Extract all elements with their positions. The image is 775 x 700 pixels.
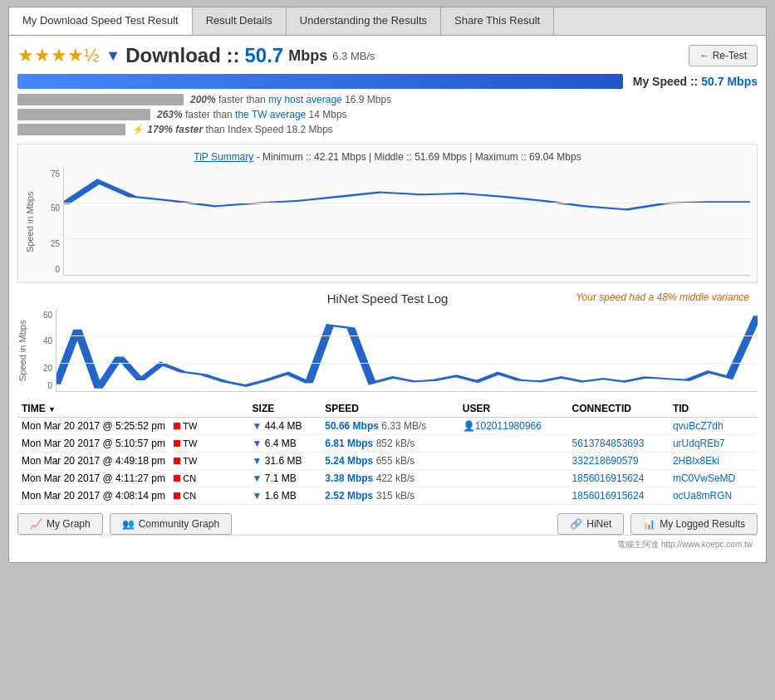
cell-time-0: Mon Mar 20 2017 @ 5:25:52 pm TW <box>17 418 248 435</box>
cell-speed-4: 2.52 Mbps 315 kB/s <box>321 487 459 505</box>
tid-link-3[interactable]: mC0VwSeMD <box>673 472 735 484</box>
cell-size-0: ▼ 44.4 MB <box>248 418 321 435</box>
user-val-0[interactable]: 102011980966 <box>475 420 542 432</box>
main-speed-bar <box>17 74 623 89</box>
logged-results-label: My Logged Results <box>660 518 745 530</box>
cell-size-3: ▼ 7.1 MB <box>248 470 321 487</box>
cell-size-4: ▼ 1.6 MB <box>248 487 321 505</box>
hinet-button[interactable]: 🔗 HiNet <box>557 513 624 535</box>
col-speed: SPEED <box>321 400 459 418</box>
comp-text-1: 200% faster than my host average 16.9 Mb… <box>190 94 391 105</box>
flag-label-3: CN <box>183 473 196 483</box>
main-container: My Download Speed Test Result Result Det… <box>8 7 767 563</box>
speed-val-3: 3.38 Mbps <box>325 472 373 484</box>
comp-link-1[interactable]: my host average <box>268 94 342 105</box>
community-graph-button[interactable]: 👥 Community Graph <box>110 513 232 535</box>
speed-val-0: 50.66 Mbps <box>325 420 379 432</box>
connectid-val-1[interactable]: 5613784853693 <box>572 438 645 449</box>
tab-understanding[interactable]: Understanding the Results <box>287 7 441 35</box>
dl-arrow-2: ▼ <box>253 455 262 467</box>
flag-label-2: TW <box>183 456 197 466</box>
speed-val-4: 2.52 Mbps <box>325 490 373 502</box>
tip-chart-section: TiP Summary - Minimum :: 42.21 Mbps | Mi… <box>17 144 758 283</box>
tip-svg <box>64 168 750 275</box>
flag-dot-4 <box>174 492 180 499</box>
cell-tid-2: 2HBIx8Eki <box>669 453 758 470</box>
dl-arrow-4: ▼ <box>253 490 262 502</box>
cell-connectid-4: 1856016915624 <box>568 487 669 505</box>
speed-val-2: 5.24 Mbps <box>325 455 373 467</box>
tid-link-4[interactable]: ocUa8mRGN <box>673 490 732 502</box>
col-time[interactable]: TIME ▼ <box>17 400 248 418</box>
header-row: ★★★★½ ▼ Download :: 50.7 Mbps 6.3 MB/s ←… <box>17 44 758 67</box>
cell-connectid-1: 5613784853693 <box>568 435 669 453</box>
connectid-val-4[interactable]: 1856016915624 <box>572 490 645 502</box>
log-grid-2 <box>56 335 758 336</box>
log-grid-1 <box>56 363 758 364</box>
user-icon-0: 👤 <box>463 420 475 432</box>
tip-chart-wrapper: Speed in Mbps 75 50 25 0 <box>25 168 750 276</box>
download-mb-label: 6.3 MB/s <box>332 50 375 62</box>
my-graph-button[interactable]: 📈 My Graph <box>17 513 103 535</box>
cell-speed-3: 3.38 Mbps 422 kB/s <box>321 470 459 487</box>
dl-arrow-1: ▼ <box>253 438 262 449</box>
tid-link-0[interactable]: qvuBcZ7dh <box>673 420 723 432</box>
log-chart-section: HiNet Speed Test Log Your speed had a 48… <box>17 291 758 392</box>
community-graph-icon: 👥 <box>122 518 135 530</box>
flag-dot-2 <box>174 458 180 464</box>
retest-button[interactable]: ← Re-Test <box>689 45 758 66</box>
tid-link-2[interactable]: 2HBIx8Eki <box>673 455 719 467</box>
tip-link[interactable]: TiP Summary <box>194 151 253 163</box>
footer-buttons: 📈 My Graph 👥 Community Graph 🔗 HiNet 📊 M… <box>17 513 758 535</box>
comp-text-3: ⚡ 179% faster than Index Speed 18.2 Mbps <box>132 124 333 135</box>
logged-results-icon: 📊 <box>643 518 655 530</box>
cell-connectid-0 <box>568 418 669 435</box>
connectid-val-2[interactable]: 332218690579 <box>572 455 639 467</box>
flag-dot-0 <box>174 423 180 429</box>
speed2-val-3: 422 kB/s <box>376 472 415 484</box>
tip-summary-text: - Minimum :: 42.21 Mbps | Middle :: 51.6… <box>257 151 581 163</box>
download-speed-value: 50.7 <box>245 44 284 67</box>
tab-share[interactable]: Share This Result <box>441 7 554 35</box>
speed-val-1: 6.81 Mbps <box>325 438 373 449</box>
tid-link-1[interactable]: urUdqREb7 <box>673 438 725 449</box>
comp-row-3: ⚡ 179% faster than Index Speed 18.2 Mbps <box>17 124 758 135</box>
flag-dot-3 <box>174 475 180 482</box>
comp-bar-2 <box>17 109 150 120</box>
connectid-val-3[interactable]: 1856016915624 <box>572 472 645 484</box>
cell-user-3 <box>459 470 568 487</box>
cell-size-1: ▼ 6.4 MB <box>248 435 321 453</box>
my-logged-results-button[interactable]: 📊 My Logged Results <box>630 513 758 535</box>
log-chart-wrapper: Speed in Mbps 60 40 20 0 <box>17 309 758 392</box>
cell-user-2 <box>459 453 568 470</box>
cell-time-1: Mon Mar 20 2017 @ 5:10:57 pm TW <box>17 435 248 453</box>
content-area: ★★★★½ ▼ Download :: 50.7 Mbps 6.3 MB/s ←… <box>9 36 766 562</box>
comp-link-2[interactable]: the TW average <box>235 109 306 120</box>
sort-icon-time: ▼ <box>48 405 56 414</box>
cell-speed-2: 5.24 Mbps 655 kB/s <box>321 453 459 470</box>
table-row: Mon Mar 20 2017 @ 4:49:18 pm TW ▼ 31.6 M… <box>17 453 758 470</box>
cell-speed-1: 6.81 Mbps 852 kB/s <box>321 435 459 453</box>
comp-bar-1 <box>17 94 184 105</box>
table-row: Mon Mar 20 2017 @ 5:25:52 pm TW ▼ 44.4 M… <box>17 418 758 435</box>
tab-result-details[interactable]: Result Details <box>193 7 287 35</box>
hinet-icon: 🔗 <box>570 518 582 530</box>
download-unit: Mbps <box>288 47 327 65</box>
cell-user-4 <box>459 487 568 505</box>
main-bar-row: My Speed :: 50.7 Mbps <box>17 74 758 89</box>
cell-tid-4: ocUa8mRGN <box>669 487 758 505</box>
cell-tid-3: mC0VwSeMD <box>669 470 758 487</box>
speed-bar-container: My Speed :: 50.7 Mbps 200% faster than m… <box>17 74 758 135</box>
table-header-row: TIME ▼ SIZE SPEED USER CONNECTID TID <box>17 400 758 418</box>
comp-row-1: 200% faster than my host average 16.9 Mb… <box>17 94 758 105</box>
flag-dot-1 <box>174 440 180 447</box>
log-svg <box>56 309 758 391</box>
cell-tid-1: urUdqREb7 <box>669 435 758 453</box>
tab-my-download[interactable]: My Download Speed Test Result <box>9 7 193 35</box>
comp-bar-3 <box>17 124 125 135</box>
comp-text-2: 263% faster than the TW average 14 Mbps <box>157 109 347 120</box>
cell-time-2: Mon Mar 20 2017 @ 4:49:18 pm TW <box>17 453 248 470</box>
flag-label-0: TW <box>183 421 197 431</box>
download-arrow-icon: ▼ <box>105 47 120 65</box>
tabs-bar: My Download Speed Test Result Result Det… <box>9 7 766 36</box>
